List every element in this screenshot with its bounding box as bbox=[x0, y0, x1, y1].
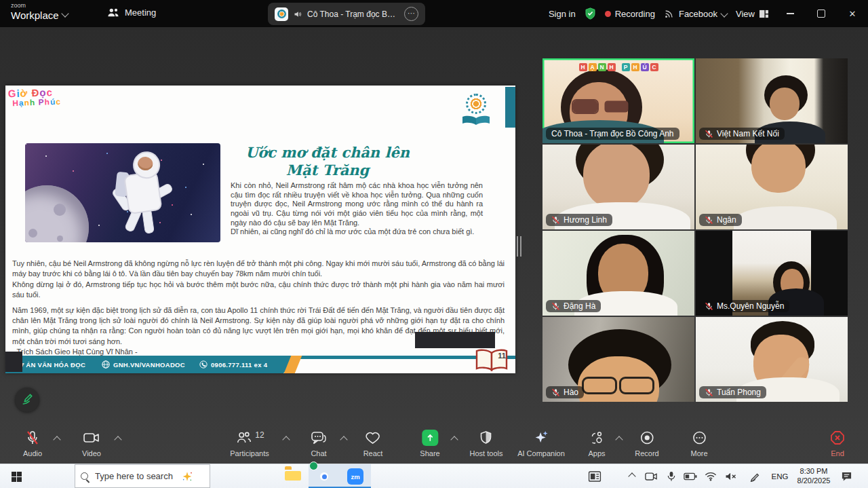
chrome-app-icon[interactable] bbox=[316, 468, 332, 485]
paragraph: Dĩ nhiên, ai cũng nghĩ đó chỉ là mơ ước … bbox=[231, 227, 483, 237]
moon-crater bbox=[57, 236, 63, 242]
footer-project: DỰ ÁN VĂN HÓA ĐỌC bbox=[14, 356, 85, 373]
globe-icon bbox=[102, 360, 110, 369]
people-icon bbox=[107, 7, 119, 18]
person-silhouette bbox=[583, 145, 650, 209]
minimize-icon bbox=[787, 13, 794, 14]
minimize-button[interactable] bbox=[774, 0, 806, 27]
page-number-book: 11 bbox=[475, 348, 509, 373]
participants-icon bbox=[235, 430, 252, 446]
audio-label: Audio bbox=[23, 449, 42, 457]
facebook-live-stream[interactable]: Facebook bbox=[664, 9, 727, 19]
participant-name: Hào bbox=[564, 388, 578, 397]
more-button[interactable]: More bbox=[690, 429, 707, 457]
view-button[interactable]: View bbox=[736, 9, 769, 19]
tab-meeting[interactable]: Meeting bbox=[107, 7, 156, 18]
video-tile-dang-ha[interactable]: Đặng Hà bbox=[542, 231, 694, 316]
copilot-app-icon[interactable] bbox=[222, 468, 239, 485]
participant-name: Ms.Quyên Nguyễn bbox=[717, 301, 784, 311]
gio-doc-hanh-phuc-logo: Giờ Đọc Hạnh Phúc bbox=[8, 87, 62, 108]
sign-in-button[interactable]: Sign in bbox=[549, 9, 576, 19]
panel-resize-handle[interactable] bbox=[517, 236, 521, 257]
participants-button[interactable]: 12 Participants bbox=[230, 429, 269, 457]
broadcast-icon bbox=[664, 9, 675, 19]
record-icon bbox=[639, 430, 655, 446]
muted-mic-icon bbox=[705, 388, 713, 397]
moon-illustration bbox=[25, 185, 89, 242]
apps-button[interactable]: Apps bbox=[588, 429, 605, 457]
host-tools-button[interactable]: Host tools bbox=[470, 429, 503, 457]
article-column-text: Khi còn nhỏ, Neil Armstrong rất hâm mộ c… bbox=[231, 181, 483, 237]
book-mandala-logo bbox=[457, 94, 495, 126]
tab-options-icon[interactable]: ⋯ bbox=[404, 7, 418, 21]
maximize-button[interactable] bbox=[806, 0, 837, 27]
footer-phone-label: 0906.777.111 ex 4 bbox=[211, 361, 267, 369]
maximize-icon bbox=[817, 10, 825, 18]
chat-button[interactable]: Chat bbox=[310, 429, 328, 457]
open-book-icon bbox=[461, 115, 491, 126]
pencil-icon bbox=[21, 394, 33, 406]
participant-name: Việt Nam Kết Nối bbox=[717, 129, 779, 138]
end-button[interactable]: End bbox=[829, 429, 846, 457]
participant-name: Hương Linh bbox=[564, 215, 607, 225]
windows-taskbar: zm ENG 8:30 PM 8/20/2025 1 bbox=[0, 464, 868, 488]
video-tile-ngan[interactable]: Ngân bbox=[696, 145, 848, 229]
zoom-app-icon[interactable]: zm bbox=[347, 468, 363, 485]
document-corner-tab bbox=[505, 87, 515, 128]
meeting-window-tab[interactable]: Cô Thoa - Trạm đọc Bồ Công ⋯ bbox=[268, 3, 425, 25]
apps-icon bbox=[589, 430, 605, 446]
participant-nameplate: Việt Nam Kết Nối bbox=[699, 128, 785, 140]
astronaut-figure bbox=[107, 148, 180, 234]
participant-nameplate: Cô Thoa - Trạm đọc Bồ Công Anh bbox=[546, 128, 679, 140]
edge-app-icon[interactable] bbox=[254, 468, 270, 485]
astronaut-illustration bbox=[25, 143, 220, 242]
meeting-app-icon bbox=[275, 7, 288, 21]
video-tile-hao[interactable]: Hào bbox=[542, 317, 694, 402]
close-button[interactable]: ✕ bbox=[837, 0, 868, 27]
zoom-wordmark: zoom bbox=[11, 3, 59, 9]
article-title: Ước mơ đặt chân lên Mặt Trăng bbox=[229, 144, 426, 180]
phone-icon bbox=[199, 360, 208, 369]
video-button[interactable]: Video bbox=[82, 429, 101, 457]
paragraph: Tuy nhiên, cậu bé Neil Armstrong đã khôn… bbox=[12, 259, 505, 280]
start-button[interactable] bbox=[0, 464, 33, 488]
search-input[interactable] bbox=[94, 470, 176, 482]
share-button[interactable]: Share bbox=[420, 429, 439, 457]
cover-square bbox=[5, 352, 22, 372]
muted-mic-icon bbox=[705, 302, 713, 311]
paragraph: Không dừng lại ở đó, Armstrong tiếp tục … bbox=[12, 280, 505, 301]
file-explorer-icon[interactable] bbox=[285, 468, 301, 485]
audio-playing-icon bbox=[294, 10, 302, 19]
view-label: View bbox=[736, 9, 755, 19]
apps-label: Apps bbox=[588, 449, 605, 457]
video-tile-viet-nam-ket-noi[interactable]: Việt Nam Kết Nối bbox=[696, 58, 848, 143]
react-button[interactable]: React bbox=[363, 429, 383, 457]
ai-companion-button[interactable]: AI Companion bbox=[517, 429, 565, 457]
participant-nameplate: Ngân bbox=[699, 214, 742, 226]
annotate-button[interactable] bbox=[15, 388, 39, 412]
react-label: React bbox=[363, 449, 383, 457]
article-title-line1: Ước mơ đặt chân lên bbox=[229, 144, 426, 162]
search-icon bbox=[81, 472, 88, 480]
document-footer-banner: DỰ ÁN VĂN HÓA ĐỌC GNH.VN/VANHOADOC 0906.… bbox=[5, 356, 515, 373]
workplace-wordmark: Workplace bbox=[11, 10, 59, 21]
video-tile-ms-quyen-nguyen[interactable]: Ms.Quyên Nguyễn bbox=[696, 231, 848, 316]
shield-icon bbox=[478, 430, 494, 446]
zoom-workplace-logo: zoom Workplace bbox=[11, 3, 59, 21]
notification-center-icon[interactable]: 1 bbox=[412, 464, 868, 488]
video-tile-co-thoa[interactable]: HẠNH PHÚC Cô Thoa - Trạm đọc Bồ Công Anh bbox=[542, 58, 694, 143]
facebook-label: Facebook bbox=[679, 9, 717, 19]
workspace-dropdown-icon[interactable] bbox=[61, 10, 68, 17]
security-shield-icon[interactable] bbox=[585, 7, 596, 20]
taskbar-search[interactable] bbox=[75, 464, 210, 488]
article-title-line2: Mặt Trăng bbox=[229, 162, 426, 179]
participant-nameplate: Tuấn Phong bbox=[699, 386, 766, 398]
stream-dropdown-icon bbox=[720, 10, 728, 17]
audio-button[interactable]: Audio bbox=[23, 429, 42, 457]
participant-name: Đặng Hà bbox=[564, 301, 595, 311]
recording-indicator[interactable]: Recording bbox=[605, 9, 655, 19]
video-tile-tuan-phong[interactable]: Tuấn Phong bbox=[696, 317, 848, 402]
record-button[interactable]: Record bbox=[635, 429, 658, 457]
video-tile-huong-linh[interactable]: Hương Linh bbox=[542, 145, 694, 229]
page-number: 11 bbox=[498, 352, 506, 360]
